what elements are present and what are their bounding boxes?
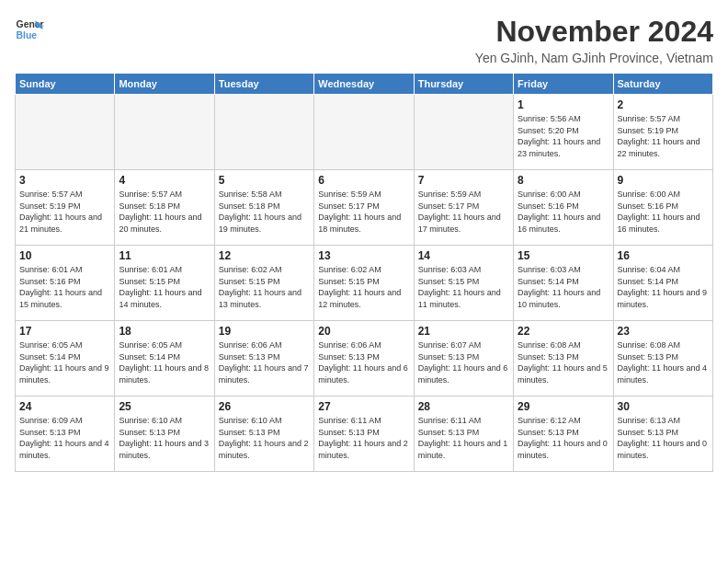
- day-number: 26: [219, 400, 310, 413]
- table-row: 16Sunrise: 6:04 AM Sunset: 5:14 PM Dayli…: [613, 246, 712, 321]
- table-row: [214, 95, 313, 170]
- day-info: Sunrise: 6:10 AM Sunset: 5:13 PM Dayligh…: [119, 415, 210, 461]
- day-info: Sunrise: 6:01 AM Sunset: 5:16 PM Dayligh…: [19, 264, 110, 310]
- day-info: Sunrise: 6:08 AM Sunset: 5:13 PM Dayligh…: [518, 339, 609, 385]
- table-row: [414, 95, 513, 170]
- table-row: 20Sunrise: 6:06 AM Sunset: 5:13 PM Dayli…: [314, 321, 414, 396]
- table-row: 13Sunrise: 6:02 AM Sunset: 5:15 PM Dayli…: [314, 246, 414, 321]
- day-number: 5: [219, 174, 310, 187]
- day-info: Sunrise: 5:59 AM Sunset: 5:17 PM Dayligh…: [418, 189, 509, 235]
- day-number: 13: [318, 249, 409, 262]
- day-number: 27: [318, 400, 409, 413]
- table-row: 10Sunrise: 6:01 AM Sunset: 5:16 PM Dayli…: [16, 246, 115, 321]
- table-row: 1Sunrise: 5:56 AM Sunset: 5:20 PM Daylig…: [514, 95, 613, 170]
- table-row: 19Sunrise: 6:06 AM Sunset: 5:13 PM Dayli…: [214, 321, 313, 396]
- header-thursday: Thursday: [414, 74, 513, 95]
- title-block: November 2024 Yen GJinh, Nam GJinh Provi…: [475, 15, 713, 65]
- day-info: Sunrise: 5:58 AM Sunset: 5:18 PM Dayligh…: [219, 189, 310, 235]
- table-row: 23Sunrise: 6:08 AM Sunset: 5:13 PM Dayli…: [613, 321, 712, 396]
- day-info: Sunrise: 6:10 AM Sunset: 5:13 PM Dayligh…: [219, 415, 310, 461]
- table-row: 22Sunrise: 6:08 AM Sunset: 5:13 PM Dayli…: [514, 321, 613, 396]
- table-row: 27Sunrise: 6:11 AM Sunset: 5:13 PM Dayli…: [314, 396, 414, 472]
- day-info: Sunrise: 5:56 AM Sunset: 5:20 PM Dayligh…: [518, 113, 609, 159]
- day-info: Sunrise: 6:13 AM Sunset: 5:13 PM Dayligh…: [618, 415, 709, 461]
- svg-text:Blue: Blue: [17, 30, 38, 40]
- day-number: 19: [219, 325, 310, 338]
- day-info: Sunrise: 6:09 AM Sunset: 5:13 PM Dayligh…: [19, 415, 110, 461]
- logo: General Blue: [15, 15, 44, 44]
- header-tuesday: Tuesday: [214, 74, 313, 95]
- day-number: 17: [19, 325, 110, 338]
- week-row-5: 24Sunrise: 6:09 AM Sunset: 5:13 PM Dayli…: [16, 396, 713, 472]
- day-info: Sunrise: 6:06 AM Sunset: 5:13 PM Dayligh…: [219, 339, 310, 385]
- day-info: Sunrise: 6:00 AM Sunset: 5:16 PM Dayligh…: [618, 189, 709, 235]
- day-number: 29: [518, 400, 609, 413]
- day-info: Sunrise: 6:05 AM Sunset: 5:14 PM Dayligh…: [119, 339, 210, 385]
- table-row: 11Sunrise: 6:01 AM Sunset: 5:15 PM Dayli…: [115, 246, 214, 321]
- location-subtitle: Yen GJinh, Nam GJinh Province, Vietnam: [475, 51, 713, 65]
- day-number: 20: [318, 325, 409, 338]
- day-number: 6: [318, 174, 409, 187]
- table-row: 29Sunrise: 6:12 AM Sunset: 5:13 PM Dayli…: [514, 396, 613, 472]
- month-year-title: November 2024: [475, 15, 713, 49]
- table-row: 15Sunrise: 6:03 AM Sunset: 5:14 PM Dayli…: [514, 246, 613, 321]
- week-row-2: 3Sunrise: 5:57 AM Sunset: 5:19 PM Daylig…: [16, 170, 713, 246]
- day-number: 21: [418, 325, 509, 338]
- day-info: Sunrise: 6:05 AM Sunset: 5:14 PM Dayligh…: [19, 339, 110, 385]
- day-info: Sunrise: 6:01 AM Sunset: 5:15 PM Dayligh…: [119, 264, 210, 310]
- table-row: 17Sunrise: 6:05 AM Sunset: 5:14 PM Dayli…: [16, 321, 115, 396]
- day-info: Sunrise: 6:04 AM Sunset: 5:14 PM Dayligh…: [618, 264, 709, 310]
- table-row: [314, 95, 414, 170]
- week-row-1: 1Sunrise: 5:56 AM Sunset: 5:20 PM Daylig…: [16, 95, 713, 170]
- table-row: 18Sunrise: 6:05 AM Sunset: 5:14 PM Dayli…: [115, 321, 214, 396]
- day-info: Sunrise: 6:02 AM Sunset: 5:15 PM Dayligh…: [318, 264, 409, 310]
- header-monday: Monday: [115, 74, 214, 95]
- day-info: Sunrise: 6:02 AM Sunset: 5:15 PM Dayligh…: [219, 264, 310, 310]
- day-number: 3: [19, 174, 110, 187]
- day-info: Sunrise: 6:07 AM Sunset: 5:13 PM Dayligh…: [418, 339, 509, 385]
- day-number: 10: [19, 249, 110, 262]
- header-saturday: Saturday: [613, 74, 712, 95]
- table-row: 3Sunrise: 5:57 AM Sunset: 5:19 PM Daylig…: [16, 170, 115, 246]
- table-row: 30Sunrise: 6:13 AM Sunset: 5:13 PM Dayli…: [613, 396, 712, 472]
- table-row: 5Sunrise: 5:58 AM Sunset: 5:18 PM Daylig…: [214, 170, 313, 246]
- calendar-table: Sunday Monday Tuesday Wednesday Thursday…: [15, 73, 713, 472]
- table-row: 8Sunrise: 6:00 AM Sunset: 5:16 PM Daylig…: [514, 170, 613, 246]
- day-number: 14: [418, 249, 509, 262]
- day-number: 11: [119, 249, 210, 262]
- table-row: [16, 95, 115, 170]
- day-info: Sunrise: 6:08 AM Sunset: 5:13 PM Dayligh…: [618, 339, 709, 385]
- table-row: 4Sunrise: 5:57 AM Sunset: 5:18 PM Daylig…: [115, 170, 214, 246]
- table-row: 28Sunrise: 6:11 AM Sunset: 5:13 PM Dayli…: [414, 396, 513, 472]
- logo-icon: General Blue: [15, 15, 44, 44]
- day-number: 22: [518, 325, 609, 338]
- weekday-header-row: Sunday Monday Tuesday Wednesday Thursday…: [16, 74, 713, 95]
- table-row: 14Sunrise: 6:03 AM Sunset: 5:15 PM Dayli…: [414, 246, 513, 321]
- table-row: 2Sunrise: 5:57 AM Sunset: 5:19 PM Daylig…: [613, 95, 712, 170]
- table-row: 25Sunrise: 6:10 AM Sunset: 5:13 PM Dayli…: [115, 396, 214, 472]
- day-number: 7: [418, 174, 509, 187]
- day-info: Sunrise: 6:06 AM Sunset: 5:13 PM Dayligh…: [318, 339, 409, 385]
- day-info: Sunrise: 6:11 AM Sunset: 5:13 PM Dayligh…: [318, 415, 409, 461]
- day-info: Sunrise: 6:03 AM Sunset: 5:14 PM Dayligh…: [518, 264, 609, 310]
- table-row: 21Sunrise: 6:07 AM Sunset: 5:13 PM Dayli…: [414, 321, 513, 396]
- day-number: 12: [219, 249, 310, 262]
- header-sunday: Sunday: [16, 74, 115, 95]
- week-row-3: 10Sunrise: 6:01 AM Sunset: 5:16 PM Dayli…: [16, 246, 713, 321]
- day-number: 18: [119, 325, 210, 338]
- header-wednesday: Wednesday: [314, 74, 414, 95]
- day-info: Sunrise: 5:57 AM Sunset: 5:19 PM Dayligh…: [19, 189, 110, 235]
- day-info: Sunrise: 5:57 AM Sunset: 5:18 PM Dayligh…: [119, 189, 210, 235]
- day-number: 25: [119, 400, 210, 413]
- day-info: Sunrise: 6:03 AM Sunset: 5:15 PM Dayligh…: [418, 264, 509, 310]
- day-info: Sunrise: 5:59 AM Sunset: 5:17 PM Dayligh…: [318, 189, 409, 235]
- page-header: General Blue November 2024 Yen GJinh, Na…: [15, 15, 713, 65]
- day-number: 8: [518, 174, 609, 187]
- header-friday: Friday: [514, 74, 613, 95]
- table-row: 26Sunrise: 6:10 AM Sunset: 5:13 PM Dayli…: [214, 396, 313, 472]
- day-number: 2: [618, 98, 709, 111]
- table-row: 9Sunrise: 6:00 AM Sunset: 5:16 PM Daylig…: [613, 170, 712, 246]
- day-number: 24: [19, 400, 110, 413]
- day-info: Sunrise: 5:57 AM Sunset: 5:19 PM Dayligh…: [618, 113, 709, 159]
- table-row: 24Sunrise: 6:09 AM Sunset: 5:13 PM Dayli…: [16, 396, 115, 472]
